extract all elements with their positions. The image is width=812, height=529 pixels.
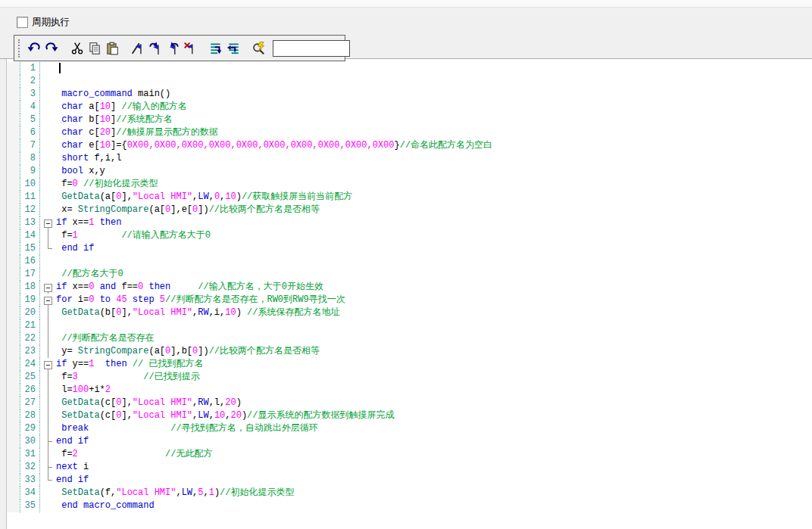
fold-collapse-icon[interactable] [40,281,56,294]
code-line[interactable]: 35 end macro_command [7,499,812,512]
code-line[interactable]: 8 short f,i,l [7,152,812,165]
periodic-execution-option[interactable]: 周期执行 [17,16,70,29]
code-line[interactable]: 6 char c[20]//触摸屏显示配方的数据 [7,126,812,139]
bookmark-margin [7,409,20,422]
code-text: next i [56,461,812,474]
macro-toolbar [14,35,345,61]
code-line[interactable]: 21 [7,319,812,332]
code-text: SetData(f,"Local HMI",LW,5,1)//初始化提示类型 [56,487,812,499]
bookmark-margin [7,499,20,512]
code-line[interactable]: 1 [7,62,812,75]
code-text: if x==1 then [56,216,812,229]
code-line[interactable]: 24if y==1 then // 已找到配方名 [7,358,812,371]
code-line[interactable]: 25 f=3 //已找到提示 [7,371,812,384]
toolbar-gripper[interactable] [18,39,20,58]
find-keyword-button[interactable] [251,40,267,57]
code-line[interactable]: 2 [7,75,812,88]
fold-margin [40,75,56,88]
code-line[interactable]: 12 x= StringCompare(a[0],e[0])//比较两个配方名是… [7,204,812,216]
fold-guide-line [40,435,56,448]
code-text: bool x,y [56,165,812,178]
code-line[interactable]: 7 char e[10]={0X00,0X00,0X00,0X00,0X00,0… [7,139,812,152]
code-line[interactable]: 30end if [7,435,812,448]
code-text: break //寻找到配方名，自动跳出外层循环 [56,422,812,435]
bookmark-margin [7,474,20,487]
code-line[interactable]: 33end if [7,474,812,487]
fold-collapse-icon[interactable] [40,358,56,371]
line-number: 34 [20,487,40,499]
bookmark-margin [7,75,20,88]
copy-button[interactable] [86,40,102,57]
fold-guide-line [40,397,56,409]
code-text: GetData(c[0],"Local HMI",RW,l,20) [56,397,812,409]
code-line[interactable]: 34 SetData(f,"Local HMI",LW,5,1)//初始化提示类… [7,487,812,499]
code-line[interactable]: 29 break //寻找到配方名，自动跳出外层循环 [7,422,812,435]
code-line[interactable]: 31 f=2 //无此配方 [7,448,812,461]
goto-prev-line-button[interactable] [225,40,241,57]
bookmark-margin [7,294,20,307]
paste-button[interactable] [104,40,120,57]
code-line[interactable]: 4 char a[10] //输入的配方名 [7,101,812,114]
fold-collapse-icon[interactable] [40,216,56,229]
code-line[interactable]: 14 f=1 //请输入配方名大于0 [7,229,812,242]
code-text: end macro_command [56,499,812,512]
bookmark-margin [7,435,20,448]
code-line[interactable]: 17 //配方名大于0 [7,268,812,281]
code-line[interactable]: 10 f=0 //初始化提示类型 [7,178,812,191]
previous-bookmark-button[interactable] [164,40,180,57]
goto-next-line-button[interactable] [208,40,223,57]
line-number: 14 [20,229,40,242]
bookmark-next-icon [148,42,162,55]
code-line[interactable]: 5 char b[10]//系统配方名 [7,114,812,126]
bookmark-margin [7,371,20,384]
code-line[interactable]: 27 GetData(c[0],"Local HMI",RW,l,20) [7,397,812,409]
toolbar-icons [26,40,268,57]
line-number: 11 [20,191,40,204]
fold-margin [40,62,56,75]
periodic-execution-checkbox[interactable] [17,17,28,28]
keyword-search-input[interactable] [273,40,350,57]
copy-icon [88,42,102,55]
code-text: end if [56,242,812,255]
code-line[interactable]: 26 l=100+i*2 [7,384,812,397]
code-text: SetData(c[0],"Local HMI",LW,10,20)//显示系统… [56,409,812,422]
bookmark-margin [7,461,20,474]
bookmark-clear-icon [183,42,197,55]
bookmark-margin [7,216,20,229]
undo-button[interactable] [26,40,42,57]
code-text: end if [56,474,812,487]
code-line[interactable]: 13if x==1 then [7,216,812,229]
bookmark-margin [7,62,20,75]
code-line[interactable]: 22 //判断配方名是否存在 [7,332,812,345]
code-text [56,62,812,75]
fold-guide-line [40,242,56,255]
code-line[interactable]: 23 y= StringCompare(a[0],b[0])//比较两个配方名是… [7,345,812,358]
code-line[interactable]: 16 [7,255,812,268]
code-line[interactable]: 28 SetData(c[0],"Local HMI",LW,10,20)//显… [7,409,812,422]
bookmark-margin [7,268,20,281]
bookmark-margin [7,242,20,255]
bookmark-margin [7,165,20,178]
line-number: 7 [20,139,40,152]
clear-bookmarks-button[interactable] [182,40,198,57]
fold-margin [40,255,56,268]
code-editor[interactable]: 123 macro_command main()4 char a[10] //输… [6,59,812,529]
line-number: 20 [20,307,40,319]
next-bookmark-button[interactable] [147,40,163,57]
code-line[interactable]: 18if x==0 and f==0 then //输入配方名，大于0开始生效 [7,281,812,294]
cut-button[interactable] [69,40,85,57]
code-text [56,75,812,88]
fold-collapse-icon[interactable] [40,294,56,307]
fold-guide-line [40,319,56,332]
code-line[interactable]: 19for i=0 to 45 step 5//判断配方名是否存在，RW0到RW… [7,294,812,307]
code-line[interactable]: 15 end if [7,242,812,255]
code-line[interactable]: 20 GetData(b[0],"Local HMI",RW,i,10) //系… [7,307,812,319]
code-text: char b[10]//系统配方名 [56,114,812,126]
code-line[interactable]: 32next i [7,461,812,474]
code-line[interactable]: 9 bool x,y [7,165,812,178]
code-line[interactable]: 11 GetData(a[0],"Local HMI",LW,0,10)//获取… [7,191,812,204]
code-line[interactable]: 3 macro_command main() [7,88,812,101]
toggle-bookmark-button[interactable] [130,40,145,57]
redo-button[interactable] [43,40,59,57]
line-number: 22 [20,332,40,345]
